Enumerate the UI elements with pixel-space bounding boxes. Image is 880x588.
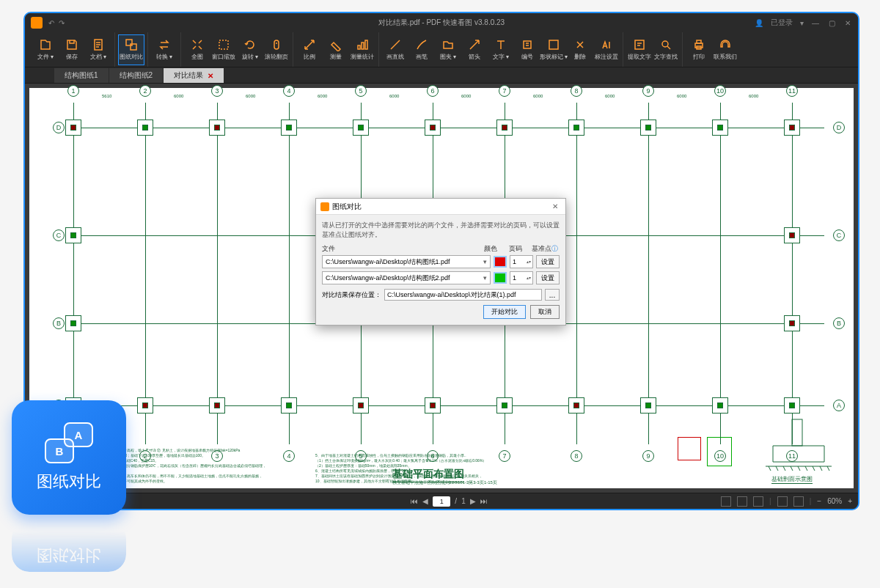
undo-redo-group: ↶ ↷ [48,19,65,27]
tab-结构图纸2[interactable]: 结构图纸2 [109,68,164,83]
svg-rect-2 [131,44,136,50]
close-icon[interactable]: ✕ [843,18,852,27]
prev-page-icon[interactable]: ◀ [422,497,428,505]
svg-rect-8 [524,41,531,48]
save-path-label: 对比结果保存位置： [322,290,381,300]
line-icon [389,38,402,51]
measure-button[interactable]: 测量 [323,34,349,65]
main-toolbar: 文件 ▾保存文档 ▾图纸对比转换 ▾全图窗口缩放旋转 ▾滚轮翻页比例测量测量统计… [25,32,858,67]
svg-rect-6 [362,43,364,49]
file2-page[interactable]: 1 [510,271,533,284]
edit-button[interactable]: 编号 [514,34,540,65]
drawing-notes-right: 5、由于地基土对混凝土结构有腐蚀性，位与土接触的钢筋应采用防水防渗透钢筋，其最小… [315,453,506,484]
compare-button[interactable]: 图纸对比 [118,34,144,65]
measurestat-icon [356,38,369,51]
compare-icon: A B [45,422,93,463]
svg-rect-10 [635,40,644,49]
file2-select[interactable]: C:\Users\wangw-ai\Desktop\结构图纸2.pdf [322,271,491,284]
text-button[interactable]: 文字 ▾ [488,34,514,65]
tab-对比结果[interactable]: 对比结果✕ [164,68,224,83]
save-path-input[interactable] [384,289,542,301]
svg-rect-3 [219,40,228,49]
contact-button[interactable]: 联系我们 [712,34,738,65]
svg-rect-7 [365,40,367,49]
svg-rect-1 [126,40,132,45]
file1-page[interactable]: 1 [510,255,533,268]
undo-icon[interactable]: ↶ [48,19,54,27]
page-input[interactable] [433,496,450,507]
browse-button[interactable]: ... [545,289,560,301]
zoom-out-icon[interactable]: − [817,497,821,505]
layout-1-icon[interactable] [777,496,788,507]
document-tabs: 结构图纸1结构图纸2对比结果✕ [25,67,858,84]
view-mode-2-icon[interactable] [737,496,747,507]
minimize-icon[interactable]: — [811,18,820,27]
rotate-button[interactable]: 旋转 ▾ [237,34,263,65]
compare-icon [125,38,138,51]
pen-button[interactable]: 画笔 [408,34,435,65]
titlebar: ↶ ↷ 对比结果.pdf - PDF 快速看图 v3.8.0.23 👤 已登录 … [25,13,858,32]
arrow-icon [468,38,481,51]
page-navigator: ⏮ ◀ / 1 ▶ ⏭ [177,496,721,507]
last-page-icon[interactable]: ⏭ [480,497,488,505]
file-icon [39,38,52,51]
first-page-icon[interactable]: ⏮ [411,497,418,505]
view-mode-3-icon[interactable] [753,496,763,507]
view-mode-1-icon[interactable] [721,496,731,507]
scale-button[interactable]: 比例 [296,34,323,65]
file2-set-button[interactable]: 设置 [536,271,560,284]
text-icon [494,38,507,51]
dialog-column-headers: 文件 颜色 页码 基准点ⓘ [322,244,560,254]
file-row-2: C:\Users\wangw-ai\Desktop\结构图纸2.pdf 1 设置 [322,271,560,284]
save-button[interactable]: 保存 [59,34,85,65]
cancel-button[interactable]: 取消 [530,305,560,319]
dialog-close-icon[interactable]: ✕ [549,201,561,213]
window-button[interactable]: 窗口缩放 [210,34,237,65]
dialog-description: 请从已打开的文件中选择需要对比的两个文件，并选择需要对比的页码，可以设置基准点让… [322,221,560,240]
tab-结构图纸1[interactable]: 结构图纸1 [54,68,109,83]
start-compare-button[interactable]: 开始对比 [483,305,526,319]
arrow-button[interactable]: 箭头 [461,34,488,65]
convert-button[interactable]: 转换 ▾ [151,34,177,65]
detail-callout [678,437,736,481]
svg-rect-5 [358,45,360,49]
rotate-icon [243,38,257,51]
fullpage-button[interactable]: 全图 [184,34,210,65]
extract-button[interactable]: 提取文字 [626,34,653,65]
marker-button[interactable]: 标注设置 [593,34,620,65]
scroll-button[interactable]: 滚轮翻页 [263,34,290,65]
line-button[interactable]: 画直线 [382,34,408,65]
maximize-icon[interactable]: ▢ [827,18,836,27]
login-status[interactable]: 已登录 [771,18,793,28]
findtext-button[interactable]: 文字查找 [653,34,679,65]
dropdown-icon[interactable]: ▾ [800,19,804,27]
layout-2-icon[interactable] [793,496,804,507]
shape-button[interactable]: 形状标记 ▾ [540,34,567,65]
zoom-in-icon[interactable]: + [848,497,852,505]
dialog-title: 图纸对比 [332,202,362,212]
user-icon[interactable]: 👤 [755,19,763,27]
page-separator: / [455,497,457,505]
folder-button[interactable]: 图夹 ▾ [435,34,461,65]
file-button[interactable]: 文件 ▾ [32,34,59,65]
window-icon [217,38,230,51]
redo-icon[interactable]: ↷ [59,19,65,27]
tab-close-icon[interactable]: ✕ [208,72,213,80]
file1-select[interactable]: C:\Users\wangw-ai\Desktop\结构图纸1.pdf [322,255,491,268]
measurestat-button[interactable]: 测量统计 [349,34,375,65]
convert-icon [158,38,171,51]
file1-set-button[interactable]: 设置 [536,255,560,268]
docs-button[interactable]: 文档 ▾ [85,34,111,65]
findtext-icon [659,38,672,51]
erase-button[interactable]: 删除 [567,34,593,65]
file2-color[interactable] [494,272,507,284]
file1-color[interactable] [494,256,507,268]
svg-rect-13 [697,40,701,43]
contact-icon [719,38,732,51]
svg-rect-15 [792,419,802,446]
print-button[interactable]: 打印 [686,34,712,65]
next-page-icon[interactable]: ▶ [470,497,476,505]
window-title: 对比结果.pdf - PDF 快速看图 v3.8.0.23 [378,18,505,28]
svg-rect-4 [274,40,279,49]
edit-icon [521,38,534,51]
